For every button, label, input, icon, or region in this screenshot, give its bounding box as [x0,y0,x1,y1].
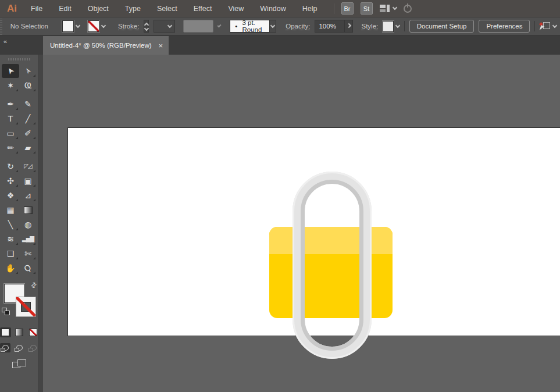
tools-panel-grip[interactable] [8,58,30,60]
menu-select[interactable]: Select [149,5,186,13]
stock-button[interactable]: St [361,2,373,15]
color-button[interactable] [0,327,11,337]
menu-help[interactable]: Help [294,5,326,13]
rotate-icon: ↻ [7,162,14,170]
chevron-down-icon [167,23,172,27]
tool-artboard[interactable]: ❏ [2,247,19,261]
swap-fill-stroke-icon[interactable]: ⇄ [28,280,38,290]
tool-free-transform[interactable]: ▣ [19,174,37,188]
gradient-icon [24,206,33,214]
color-mode-row [0,327,39,337]
drawing-modes-row [0,343,38,352]
close-icon[interactable]: × [157,42,164,49]
default-fill-stroke-icon[interactable] [2,308,10,315]
tool-selection[interactable]: ➤ [2,64,19,78]
chevron-down-icon[interactable] [101,23,106,27]
scale-icon: ◸◿ [24,163,31,169]
chevron-down-icon[interactable] [76,23,80,27]
perspective-grid-icon: ⊿ [24,191,31,199]
tool-direct-selection[interactable]: ➢ [19,64,37,78]
tool-type[interactable]: T [2,112,19,126]
tool-perspective-grid[interactable]: ⊿ [19,188,37,202]
document-tab-bar: « Untitled-4* @ 50% (RGB/Preview) × [0,36,560,55]
menu-object[interactable]: Object [80,5,117,13]
tool-slice[interactable]: ✄ [19,247,37,261]
app-logo: Ai [7,3,17,15]
select-similar-button[interactable] [540,22,557,31]
arrange-documents-button[interactable] [380,5,397,12]
stroke-indicator[interactable] [16,297,35,316]
draw-behind-button[interactable] [14,343,24,352]
gradient-button[interactable] [14,327,25,337]
chevron-down-icon[interactable] [395,23,400,27]
tool-rectangle[interactable]: ▭ [2,126,19,140]
draw-normal-button[interactable] [0,343,10,352]
tool-rotate[interactable]: ↻ [2,159,19,173]
tool-lasso[interactable]: Ҩ [19,79,37,92]
panel-grip[interactable] [0,17,2,35]
tool-curvature[interactable]: ✎ [19,97,37,111]
tool-scale[interactable]: ◸◿ [19,159,37,173]
opacity-field[interactable]: 100% [315,20,345,33]
direct-selection-icon: ➢ [23,66,33,76]
fill-color-swatch[interactable] [62,20,74,32]
chevron-down-icon [392,5,397,10]
pen-icon: ✒ [7,100,14,108]
menu-window[interactable]: Window [252,5,294,13]
opacity-label[interactable]: Opacity: [286,23,310,30]
tool-blend[interactable]: ◍ [19,218,37,231]
stroke-width-stepper[interactable] [144,20,149,33]
bridge-button[interactable]: Br [341,2,354,15]
collapse-panel-icon[interactable]: « [3,38,7,45]
menu-view[interactable]: View [220,5,252,13]
divider [334,3,334,14]
brush-definition-value: 3 pt. Round [242,19,264,33]
menu-edit[interactable]: Edit [51,5,80,13]
tool-pen[interactable]: ✒ [2,97,19,111]
shaper-icon: ✏ [7,144,14,152]
rectangle-icon: ▭ [6,129,14,137]
stroke-label[interactable]: Stroke: [118,23,139,30]
tool-column-graph[interactable]: ▂▅▇ [19,232,37,246]
tools-panel: ➤➢✶Ҩ✒✎T╱▭✐✏▰↻◸◿✣▣❖⊿▦╲◍≋▂▅▇❏✄✋Ϙ ⇄ [0,55,39,392]
document-setup-button[interactable]: Document Setup [409,20,475,33]
tool-paintbrush[interactable]: ✐ [19,126,37,140]
free-transform-icon: ▣ [24,177,31,185]
style-label[interactable]: Style: [361,23,378,30]
screen-mode-button[interactable] [12,359,26,370]
tool-line-segment[interactable]: ╱ [19,112,37,126]
tool-width[interactable]: ✣ [2,174,19,188]
none-button[interactable] [28,327,39,337]
illustrator-window: Ai File Edit Object Type Select Effect V… [0,0,560,392]
canvas-area[interactable] [43,55,560,392]
opacity-flyout-button[interactable] [345,20,353,33]
style-swatch[interactable] [383,21,394,32]
tool-symbol-sprayer[interactable]: ≋ [2,232,19,246]
power-icon[interactable] [404,5,412,13]
tool-eraser[interactable]: ▰ [19,141,37,155]
tool-zoom[interactable]: Ϙ [19,261,37,275]
blend-icon: ◍ [24,220,31,229]
tool-magic-wand[interactable]: ✶ [2,79,19,92]
brush-definition-combo[interactable]: • 3 pt. Round [230,20,269,33]
lock-top-band-shape[interactable] [269,227,393,254]
artwork-lock-illustration[interactable] [43,55,560,392]
stepper-down-icon[interactable] [144,26,149,31]
preferences-button[interactable]: Preferences [479,20,530,33]
brush-combo-chevron[interactable] [270,20,277,33]
tool-gradient[interactable] [19,203,37,217]
menu-file[interactable]: File [23,5,51,13]
stroke-width-combo[interactable] [154,20,175,33]
stroke-color-swatch[interactable] [88,20,99,32]
tool-shape-builder[interactable]: ❖ [2,188,19,202]
tool-shaper[interactable]: ✏ [2,141,19,155]
tool-hand[interactable]: ✋ [2,261,19,275]
line-segment-icon: ╱ [26,115,30,123]
tool-mesh[interactable]: ▦ [2,203,19,217]
menu-effect[interactable]: Effect [186,5,220,13]
tool-eyedropper[interactable]: ╲ [2,218,19,231]
menu-type[interactable]: Type [117,5,149,13]
eraser-icon: ▰ [25,144,31,152]
eyedropper-icon: ╲ [8,220,13,229]
document-tab[interactable]: Untitled-4* @ 50% (RGB/Preview) × [43,36,169,55]
